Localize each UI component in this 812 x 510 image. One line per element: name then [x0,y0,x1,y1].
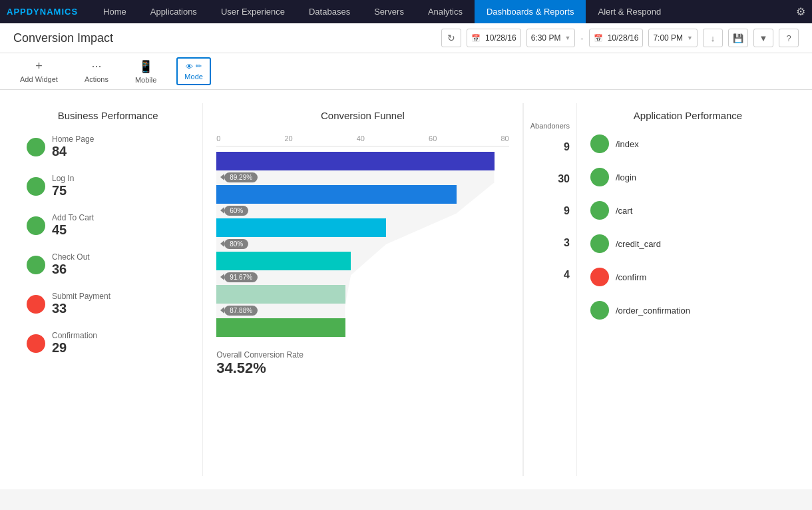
page-title: Conversion Impact [13,31,441,45]
ap-status-dot [590,168,609,186]
conversion-label-row: 89.29% [216,170,509,184]
bp-label: Log In [52,174,74,183]
conversion-badge: 60% [224,206,248,216]
nav-user-experience[interactable]: User Experience [209,0,297,23]
more-button[interactable]: ▼ [753,29,773,47]
subheader-controls: ↻ 📅 10/28/16 6:30 PM ▼ - 📅 10/28/16 7:00… [441,29,799,47]
nav-home[interactable]: Home [91,0,138,23]
conversion-label-row: 60% [216,204,509,217]
ap-route-label: /order_confirmation [616,306,690,316]
bp-row: Log In 75 [27,174,189,198]
conversion-funnel-section: Conversion Funnel 0 20 40 60 80 89.29%60… [202,103,523,476]
time-to-picker[interactable]: 7:00 PM ▼ [648,29,698,47]
overall-rate-label: Overall Conversion Rate [216,350,509,360]
add-widget-button[interactable]: + Add Widget [13,56,65,87]
bp-value: 75 [52,183,74,198]
conversion-label-row: 80% [216,237,509,250]
status-dot [27,256,45,274]
bp-label: Home Page [52,134,94,144]
funnel-row: 60% [216,185,509,217]
ap-row: /order_confirmation [590,301,785,320]
ap-title: Application Performance [590,110,785,121]
status-dot [27,177,45,196]
date-from-picker[interactable]: 📅 10/28/16 [467,29,521,47]
bp-row: Add To Cart 45 [27,213,189,238]
bp-label: Confirmation [52,331,97,340]
funnel-row: 91.67% [216,252,509,284]
bp-info: Add To Cart 45 [52,213,94,238]
nav-dashboards[interactable]: Dashboards & Reports [475,0,586,23]
mode-icons: 👁 ✏ [186,62,202,71]
funnel-row: 80% [216,218,509,250]
bp-label: Submit Payment [52,292,110,301]
funnel-title: Conversion Funnel [216,110,509,121]
funnel-bar [216,285,345,304]
funnel-row: 89.29% [216,152,509,184]
nav-servers[interactable]: Servers [362,0,416,23]
status-dot [27,334,45,353]
abandoner-row: 9 [530,195,570,227]
funnel-bar [216,318,345,337]
conversion-badge: 87.88% [224,306,258,316]
ap-status-dot [590,234,609,253]
bp-label: Add To Cart [52,213,94,222]
funnel-bar [216,152,495,170]
date-from-value: 10/28/16 [485,33,516,43]
settings-icon[interactable]: ⚙ [796,5,805,18]
bp-value: 29 [52,340,97,356]
status-dot [27,216,45,235]
conversion-badge: 80% [224,239,248,249]
bp-rows: Home Page 84 Log In 75 Add To Cart 45 Ch… [27,134,189,356]
abandoners-section: Abandoners 930934 [523,103,577,476]
actions-button[interactable]: ··· Actions [78,56,115,87]
help-button[interactable]: ? [779,29,799,47]
save-button[interactable]: 💾 [728,29,748,47]
download-button[interactable]: ↓ [703,29,723,47]
ap-status-dot [590,301,609,320]
bp-label: Check Out [52,252,90,262]
ap-status-dot [590,201,609,220]
app-perf-section: Application Performance /index /login /c… [577,103,799,476]
nav-databases[interactable]: Databases [297,0,362,23]
ap-row: /cart [590,201,785,220]
mobile-button[interactable]: 📱 Mobile [128,56,163,87]
time-from-value: 6:30 PM [531,33,561,43]
ap-row: /login [590,168,785,186]
ap-status-dot [590,134,609,153]
add-widget-label: Add Widget [20,75,58,83]
ap-route-label: /credit_card [616,239,661,249]
funnel-bars: 89.29%60%80%91.67%87.88% [216,152,509,337]
ap-row: /credit_card [590,234,785,253]
funnel-row [216,318,509,337]
abandoner-row: 9 [530,131,570,163]
bp-value: 36 [52,262,90,277]
bp-info: Log In 75 [52,174,74,198]
overall-rate-value: 34.52% [216,360,509,377]
top-nav: APPDYNAMICS Home Applications User Exper… [0,0,812,23]
nav-applications[interactable]: Applications [138,0,209,23]
bp-info: Submit Payment 33 [52,292,110,316]
mode-button[interactable]: 👁 ✏ Mode [176,57,211,85]
ap-status-dot [590,268,609,286]
abandoner-row: 3 [530,227,570,259]
conversion-badge: 91.67% [224,272,258,282]
bp-info: Confirmation 29 [52,331,97,356]
time-from-picker[interactable]: 6:30 PM ▼ [526,29,576,47]
bp-value: 33 [52,301,110,316]
abandoner-row: 4 [530,259,570,291]
abandoner-row: 30 [530,163,570,195]
funnel-chart-area: 89.29%60%80%91.67%87.88% [216,152,509,337]
date-to-picker[interactable]: 📅 10/28/16 [589,29,644,47]
overall-rate-container: Overall Conversion Rate 34.52% [216,350,509,377]
refresh-button[interactable]: ↻ [441,29,461,47]
time-to-value: 7:00 PM [653,33,683,43]
nav-analytics[interactable]: Analytics [416,0,475,23]
nav-alert[interactable]: Alert & Respond [586,0,673,23]
ap-route-label: /cart [616,206,632,216]
ap-rows: /index /login /cart /credit_card /confir… [590,134,785,320]
edit-icon: ✏ [196,62,202,71]
bp-row: Confirmation 29 [27,331,189,356]
funnel-bar [216,252,351,270]
ap-row: /index [590,134,785,153]
status-dot [27,295,45,314]
